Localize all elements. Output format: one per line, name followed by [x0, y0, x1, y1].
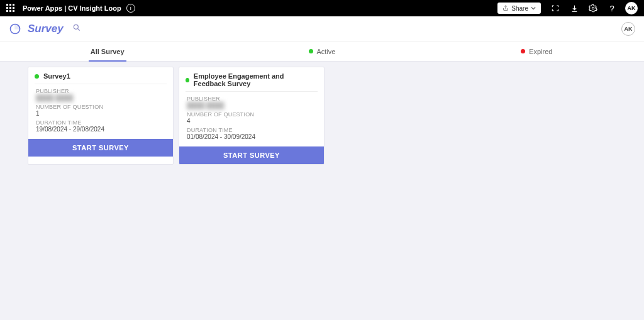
tab-active[interactable]: Active [214, 41, 429, 61]
start-survey-button[interactable]: START SURVEY [28, 139, 173, 157]
app-launcher-icon[interactable] [6, 4, 15, 13]
duration-label: DURATION TIME [179, 127, 324, 133]
question-count-label: NUMBER OF QUESTION [28, 104, 173, 110]
tab-label: All Survey [91, 48, 125, 55]
publisher-label: PUBLISHER [28, 88, 173, 94]
app-title: Power Apps | CV Insight Loop [23, 4, 121, 12]
settings-icon[interactable] [586, 1, 600, 15]
question-count-label: NUMBER OF QUESTION [179, 111, 324, 118]
survey-card: Survey1 PUBLISHER ████ ████ NUMBER OF QU… [28, 67, 174, 165]
chevron-down-icon [531, 6, 536, 11]
tab-all-survey[interactable]: All Survey [0, 41, 214, 61]
svg-point-2 [74, 25, 78, 29]
publisher-value: ████ ████ [179, 102, 324, 111]
fit-screen-icon[interactable] [548, 1, 562, 15]
search-icon[interactable] [72, 23, 81, 34]
status-dot-green [35, 74, 39, 79]
info-icon[interactable]: i [126, 4, 135, 13]
profile-avatar[interactable]: AK [621, 22, 635, 36]
user-avatar[interactable]: AK [625, 2, 638, 14]
tab-label: Active [317, 48, 336, 55]
tab-bar: All Survey Active Expired [0, 41, 644, 62]
survey-title: Employee Engagement and Feedback Survey [194, 72, 318, 87]
help-icon[interactable]: ? [605, 1, 619, 15]
page-title: Survey [28, 23, 64, 35]
publisher-value: ████ ████ [28, 94, 173, 104]
start-survey-button[interactable]: START SURVEY [179, 146, 324, 164]
download-icon[interactable] [567, 1, 581, 15]
publisher-label: PUBLISHER [179, 96, 324, 102]
question-count-value: 1 [28, 110, 173, 119]
duration-label: DURATION TIME [28, 119, 173, 126]
question-count-value: 4 [179, 118, 324, 127]
status-dot-green [309, 49, 313, 53]
tab-label: Expired [529, 48, 552, 55]
survey-card: Employee Engagement and Feedback Survey … [179, 67, 325, 165]
share-label: Share [511, 5, 528, 12]
svg-point-0 [592, 7, 594, 9]
survey-logo-icon [9, 23, 21, 35]
status-dot-red [521, 49, 525, 53]
share-icon [502, 5, 509, 11]
survey-card-list: Survey1 PUBLISHER ████ ████ NUMBER OF QU… [0, 62, 644, 170]
share-button[interactable]: Share [497, 3, 541, 14]
survey-title: Survey1 [43, 72, 70, 80]
duration-value: 01/08/2024 - 30/09/2024 [179, 133, 324, 143]
status-dot-green [186, 78, 189, 82]
tab-expired[interactable]: Expired [430, 41, 644, 61]
duration-value: 19/08/2024 - 29/08/2024 [28, 126, 173, 135]
